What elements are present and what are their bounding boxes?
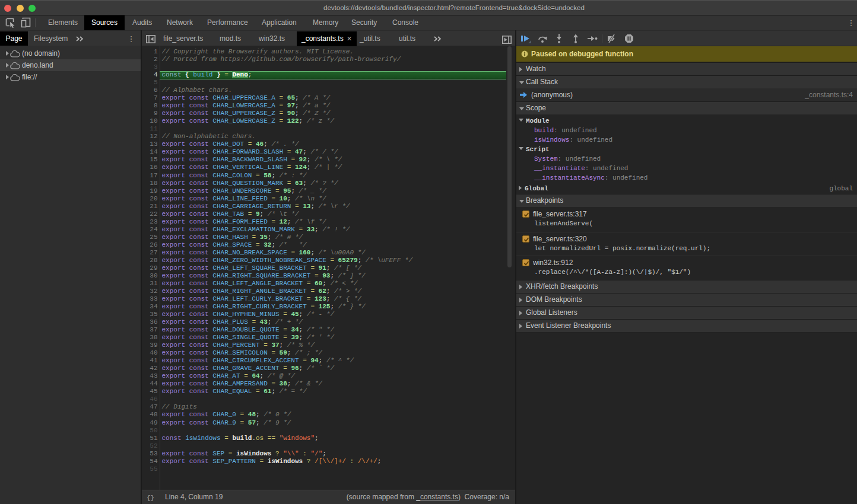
svg-text:{}: {}	[147, 495, 154, 501]
